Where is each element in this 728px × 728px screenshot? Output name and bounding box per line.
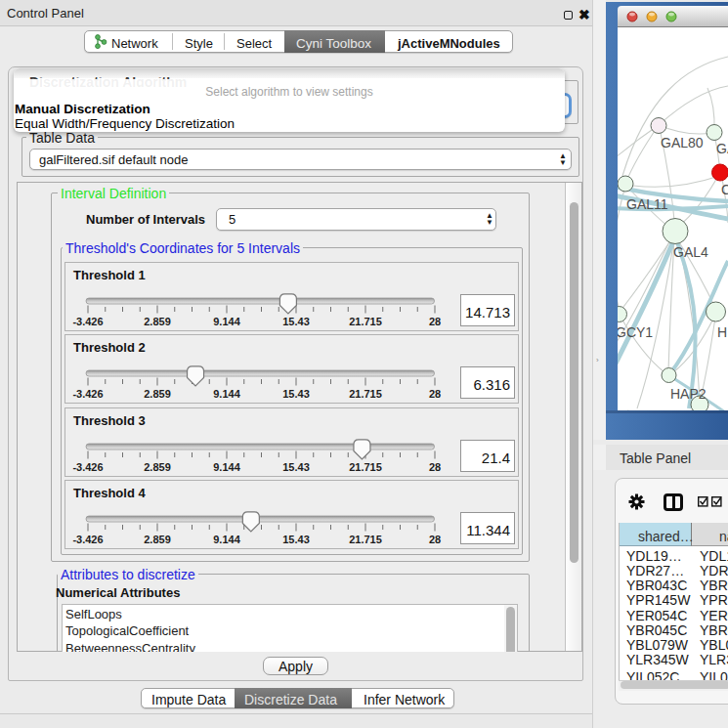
svg-text:21.715: 21.715 (349, 388, 382, 400)
svg-text:15.43: 15.43 (282, 534, 310, 545)
svg-text:9.144: 9.144 (213, 461, 240, 473)
svg-text:-3.426: -3.426 (72, 316, 103, 327)
svg-text:2.859: 2.859 (144, 534, 171, 545)
svg-text:21.715: 21.715 (349, 534, 382, 545)
svg-text:15.43: 15.43 (282, 461, 310, 473)
svg-text:9.144: 9.144 (213, 388, 240, 400)
svg-text:9.144: 9.144 (213, 534, 240, 545)
svg-text:15.43: 15.43 (282, 388, 310, 400)
svg-text:GAL11: GAL11 (626, 196, 668, 212)
svg-text:GCY1: GCY1 (618, 324, 653, 340)
svg-text:28: 28 (429, 316, 441, 327)
svg-text:GAL80: GAL80 (661, 135, 704, 150)
svg-text:28: 28 (429, 461, 441, 473)
svg-text:-3.426: -3.426 (72, 534, 103, 545)
svg-text:28: 28 (429, 534, 441, 545)
svg-text:21.715: 21.715 (349, 316, 382, 327)
svg-text:-3.426: -3.426 (72, 388, 103, 400)
svg-text:GAL4: GAL4 (673, 244, 708, 260)
svg-text:HAP2: HAP2 (670, 386, 707, 402)
svg-text:GA: GA (716, 141, 728, 156)
svg-text:9.144: 9.144 (213, 316, 240, 327)
svg-text:2.859: 2.859 (144, 461, 171, 473)
svg-text:2.859: 2.859 (144, 316, 171, 327)
svg-text:-3.426: -3.426 (72, 461, 103, 473)
svg-text:H: H (717, 324, 727, 340)
svg-text:C: C (721, 182, 728, 197)
svg-text:15.43: 15.43 (282, 316, 310, 327)
svg-text:21.715: 21.715 (349, 461, 382, 473)
svg-text:2.859: 2.859 (144, 388, 171, 400)
svg-text:28: 28 (429, 388, 441, 400)
